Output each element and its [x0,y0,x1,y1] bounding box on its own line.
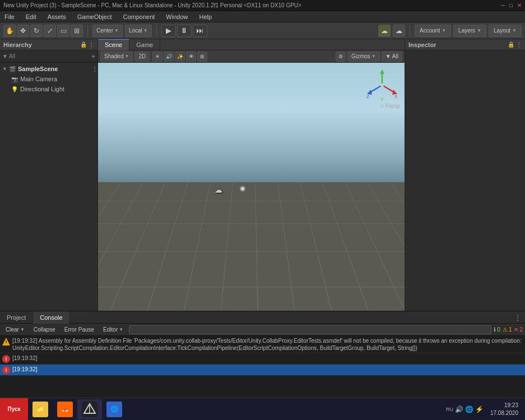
shading-mode-label: Shaded [104,53,123,59]
toolbar-right: ☁ ☁ Account ▼ Layers ▼ Layout ▼ [378,25,522,37]
inspector-header: Inspector 🔒 ⋮ [405,39,525,50]
hierarchy-add-btn[interactable]: + [91,53,95,60]
scene-light-btn[interactable]: ☀ [152,52,162,62]
scene-tabs-bar: Scene Game [98,39,405,50]
bottom-area: Project Console ⋮ Clear ▼ Collapse Error… [0,311,525,398]
console-row-0[interactable]: ! [19:19:32] Assembly for Assembly Defin… [0,336,525,353]
account-btn[interactable]: Account ▼ [415,25,451,37]
hand-tool-btn[interactable]: ✋ [3,25,16,37]
info-count-icon: ℹ [494,326,496,333]
all-scene-btn[interactable]: ▼ All [382,52,402,62]
taskbar-unity[interactable] [77,399,102,419]
browser-icon: 🦊 [57,402,73,417]
layout-btn[interactable]: Layout ▼ [489,25,522,37]
layers-btn[interactable]: Layers ▼ [453,25,486,37]
hierarchy-lock-icon[interactable]: 🔒 [80,41,87,48]
gizmos-btn[interactable]: Gizmos ▼ [347,52,380,62]
move-tool-btn[interactable]: ✥ [17,25,29,37]
tab-project[interactable]: Project [0,311,33,324]
scene-grid-btn[interactable]: ⊞ [197,52,207,62]
pivot-btn[interactable]: Center ▼ [92,25,123,37]
inspector-lock-icon[interactable]: 🔒 [508,41,514,48]
menu-file[interactable]: File [2,12,17,21]
cloud-btn[interactable]: ☁ [393,25,405,37]
hierarchy-all-label: ▼ All [2,53,15,59]
step-btn[interactable]: ⏭ [193,25,207,37]
menu-window[interactable]: Window [164,12,190,21]
inspector-menu-icon[interactable]: ⋮ [516,41,522,48]
scene-persp-label: < Persp [380,103,400,109]
toolbar: ✋ ✥ ↻ ⤢ ▭ ⊞ Center ▼ Local ▼ ▶ ⏸ ⏭ ☁ ☁ A… [0,22,525,39]
space-dd-arrow: ▼ [143,28,148,33]
bottom-more-icon[interactable]: ⋮ [510,313,525,322]
rect-tool-btn[interactable]: ▭ [57,25,69,37]
collapse-btn[interactable]: Collapse [30,325,59,335]
console-row-2[interactable]: ! [19:19:32] [0,365,525,376]
play-btn[interactable]: ▶ [161,25,176,37]
clock-date: 17.08.2020 [490,409,518,417]
pause-btn[interactable]: ⏸ [177,25,192,37]
menu-gameobject[interactable]: GameObject [75,12,114,21]
tab-game[interactable]: Game [129,39,160,50]
error-circle-2: ! [2,366,10,374]
hierarchy-header-icons: 🔒 ⋮ [80,41,94,48]
menu-component[interactable]: Component [120,12,157,21]
hierarchy-item-scene[interactable]: ▼ 🎬 SampleScene ⋮ [0,64,97,74]
menu-edit[interactable]: Edit [24,12,39,21]
warn-count-badge: ⚠ 1 [503,326,512,333]
rotate-tool-btn[interactable]: ↻ [30,25,43,37]
transform-tool-btn[interactable]: ⊞ [71,25,83,37]
shading-mode-btn[interactable]: Shaded ▼ [100,52,133,62]
space-btn[interactable]: Local ▼ [125,25,152,37]
scene-scene-btn[interactable]: 👁 [186,52,196,62]
console-text-0: [19:19:32] Assembly for Assembly Definit… [12,337,523,352]
minimize-btn[interactable]: ─ [501,2,505,8]
hierarchy-item-camera[interactable]: 📷 Main Camera [0,74,97,84]
layout-label: Layout [494,27,510,34]
svg-marker-1 [380,69,384,74]
systray-lang: RU [446,407,453,412]
console-toolbar: Clear ▼ Collapse Error Pause Editor ▼ ℹ … [0,324,525,336]
console-tabs-bar: Project Console ⋮ [0,311,525,324]
clear-dd-arrow: ▼ [20,327,25,332]
taskbar-folder[interactable]: 📁 [28,399,53,419]
taskbar-app4[interactable]: 🌐 [102,399,127,419]
tab-scene[interactable]: Scene [98,39,129,50]
error-count: 2 [519,326,523,333]
hierarchy-item-light[interactable]: 💡 Directional Light [0,84,97,94]
error-icon-2: ! [2,366,10,374]
scene-menu-icon[interactable]: ⋮ [92,66,97,72]
error-pause-btn[interactable]: Error Pause [61,325,97,335]
scene-gizmo: Y X Z [365,68,399,102]
camera-label: Main Camera [20,76,57,82]
gizmos-dd-arrow: ▼ [371,54,376,59]
editor-btn[interactable]: Editor ▼ [100,325,127,335]
editor-label: Editor [103,326,118,333]
pivot-dd-arrow: ▼ [114,28,119,33]
app4-icon: 🌐 [106,402,122,417]
taskbar-browser[interactable]: 🦊 [53,399,77,419]
collab-btn[interactable]: ☁ [378,25,391,37]
camera-icon: 📷 [11,76,18,82]
start-button[interactable]: Пуск [0,398,28,421]
clear-btn[interactable]: Clear ▼ [2,325,28,335]
maximize-btn[interactable]: □ [509,2,513,8]
menu-assets[interactable]: Assets [45,12,68,21]
all-scene-label: ▼ All [385,53,398,59]
scene-fx-btn[interactable]: ✨ [175,52,185,62]
unity-icon [82,402,97,417]
shading-dd-arrow: ▼ [124,54,129,59]
2d-btn[interactable]: 2D [134,52,150,62]
scale-tool-btn[interactable]: ⤢ [44,25,56,37]
tab-console[interactable]: Console [33,311,69,324]
tab-game-label: Game [136,41,153,48]
console-search-input[interactable] [129,325,491,334]
scene-audio-btn[interactable]: 🔊 [164,52,174,62]
2d-label: 2D [138,53,146,59]
taskbar: Пуск 📁 🦊 🌐 RU 🔊 🌐 ⚡ 19:23 17.08.2020 [0,398,525,420]
scene-overlay-btn[interactable]: ⚙ [336,52,346,62]
menu-help[interactable]: Help [197,12,214,21]
console-row-1[interactable]: ! [19:19:32] [0,353,525,365]
hierarchy-menu-icon[interactable]: ⋮ [89,41,94,48]
close-btn[interactable]: ✕ [517,2,522,8]
